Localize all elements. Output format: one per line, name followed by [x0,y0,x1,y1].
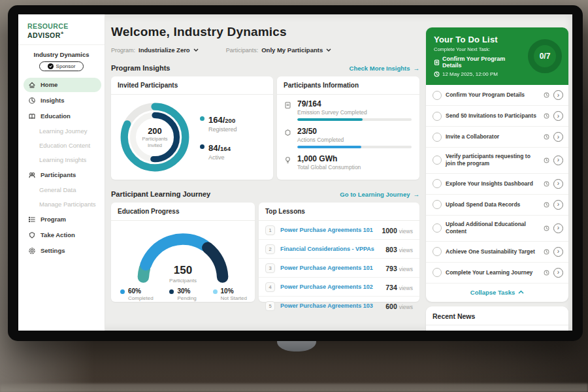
program-label: Program: [111,47,135,54]
legend-active: 84/164 Active [200,142,237,161]
sidebar-item-label: Program [41,216,66,223]
chevron-up-icon [518,290,524,294]
invited-body: 200 Participants Invited 164/200 Registe… [111,95,273,180]
sidebar-item-participants[interactable]: Participants [24,168,101,182]
sidebar-item-general-data[interactable]: General Data [24,184,101,197]
lesson-link[interactable]: Power Purchase Agreements 101 [280,227,376,233]
todo-item[interactable]: Verify participants requesting to join t… [426,148,568,174]
checkbox[interactable] [433,268,442,277]
todo-item-label: Confirm Your Program Details [446,91,540,99]
lesson-rank: 3 [265,263,275,273]
todo-item[interactable]: Explore Your Insights Dashboard › [426,174,568,195]
bulb-icon [284,154,292,171]
legend-dot [169,289,174,294]
lesson-link[interactable]: Power Purchase Agreements 103 [280,302,380,309]
education-progress-card: Education Progress 150 Participants 60% … [111,203,255,302]
clock-icon [544,92,549,98]
lesson-link[interactable]: Power Purchase Agreements 101 [280,265,380,271]
monitor-bezel: RESOURCE ADVISOR+ Industry Dynamics Spon… [8,5,583,341]
todo-subtitle: Complete Your Next Task: [434,46,524,52]
todo-item[interactable]: Invite a Collaborator › [426,127,568,148]
participants-information-card: Participants Information 79/164 Emission… [277,76,419,180]
views-suffix: views [399,266,413,272]
participants-label: Participants: [226,47,259,54]
clock-icon [544,134,549,140]
lesson-link[interactable]: Financial Considerations - VPPAs [280,246,380,252]
participants-icon [28,171,36,179]
todo-item[interactable]: Send 50 Invitations to Participants › [426,106,568,127]
collapse-tasks-link[interactable]: Collapse Tasks [426,284,568,302]
todo-item[interactable]: Achieve One Sustainability Target › [426,242,568,263]
logo-plus: + [61,30,64,36]
invited-legend: 164/200 Registered 84/164 Active [200,114,237,161]
legend-dot [120,289,125,294]
arrow-right-icon: → [414,191,420,198]
go-to-learning-journey-link[interactable]: Go to Learning Journey → [340,191,419,198]
chevron-right-icon[interactable]: › [553,268,563,278]
todo-item[interactable]: Complete Your Learning Journey › [426,263,568,284]
chevron-right-icon[interactable]: › [553,132,563,142]
legend-value: 164/ [208,115,225,125]
clock-icon [544,270,549,276]
card-title: Invited Participants [111,76,273,95]
logo-secondary: ADVISOR [27,31,61,39]
sidebar-item-learning-journey[interactable]: Learning Journey [24,125,101,138]
todo-item[interactable]: Confirm Your Program Details › [426,85,568,106]
todo-progress-ring: 0/7 [528,39,562,73]
lesson-link[interactable]: Power Purchase Agreements 102 [280,284,380,290]
clock-icon [544,249,549,255]
chevron-right-icon[interactable]: › [553,111,563,121]
stat-value: 23/50 [297,127,412,136]
checkbox[interactable] [433,247,442,256]
sidebar-item-education[interactable]: Education [24,109,101,123]
sidebar-item-label: General Data [39,186,76,193]
todo-header: Your To Do List Complete Your Next Task:… [426,27,568,85]
sidebar-item-manage-participants[interactable]: Manage Participants [24,198,101,211]
section-title: Program Insights [111,64,170,72]
todo-item[interactable]: Upload Additional Educational Content › [426,216,568,242]
sidebar-item-home[interactable]: Home [24,78,101,92]
checkbox[interactable] [433,91,442,100]
checkbox[interactable] [433,133,442,142]
program-dropdown[interactable]: Program: Industrialize Zero [111,46,199,54]
sidebar-item-program[interactable]: Program [24,212,101,227]
todo-item[interactable]: Upload Spend Data Records › [426,195,568,216]
sidebar-item-settings[interactable]: Settings [24,244,101,258]
chevron-right-icon[interactable]: › [553,90,563,100]
checkbox[interactable] [433,179,442,188]
page-title: Welcome, Industry Dynamics [111,25,419,39]
clipboard-icon [434,59,440,65]
sidebar-item-label: Home [41,81,57,88]
chevron-right-icon[interactable]: › [553,200,563,210]
card-title: Education Progress [111,203,255,221]
sidebar-item-take-action[interactable]: Take Action [24,228,101,242]
todo-item-label: Send 50 Invitations to Participants [446,112,540,120]
checkbox[interactable] [433,223,442,233]
sidebar-item-label: Learning Insights [39,156,86,163]
chevron-right-icon[interactable]: › [553,155,563,165]
sidebar-item-insights[interactable]: Insights [24,93,101,108]
participants-dropdown[interactable]: Participants: Only My Participants [226,46,332,54]
legend-not-started: 10% Not Started [213,287,247,301]
sidebar-item-label: Participants [41,171,76,178]
main-content: Welcome, Industry Dynamics Program: Indu… [105,14,423,331]
legend-label: Active [208,154,231,161]
legend-value: 30% [177,287,196,295]
sidebar-item-education-content[interactable]: Education Content [24,139,101,152]
checkbox[interactable] [433,155,442,165]
survey-icon [284,99,292,121]
sidebar-item-label: Settings [41,247,65,254]
chevron-right-icon[interactable]: › [553,247,563,257]
sponsor-badge-label: Sponsor [56,63,76,69]
lesson-rank: 2 [265,244,275,254]
chevron-right-icon[interactable]: › [553,179,563,189]
todo-counter: 0/7 [540,52,551,61]
home-icon [28,81,36,89]
checkbox[interactable] [433,112,442,121]
sidebar-item-learning-insights[interactable]: Learning Insights [24,154,101,167]
sidebar-item-label: Manage Participants [39,201,96,208]
checkbox[interactable] [433,200,442,209]
chevron-right-icon[interactable]: › [553,223,563,233]
check-more-insights-link[interactable]: Check More Insights → [350,65,419,72]
clock-icon [544,225,549,231]
